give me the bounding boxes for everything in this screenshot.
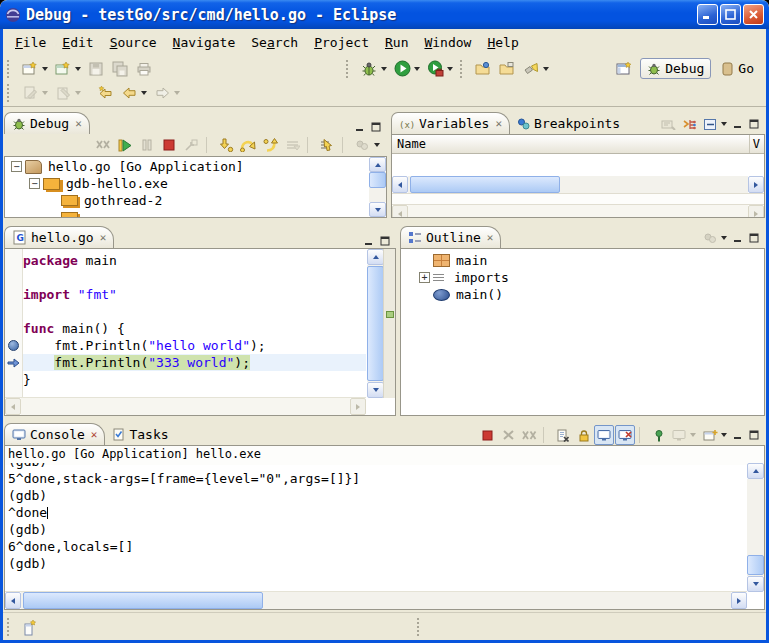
code-line-7[interactable]: fmt.Println("333 world"); [23, 354, 366, 371]
save-all-button[interactable] [109, 58, 131, 80]
disconnect-button[interactable] [181, 135, 201, 155]
open-console-button[interactable] [700, 425, 720, 445]
console-vscrollbar[interactable] [747, 463, 764, 592]
toolbar-drag-handle[interactable] [346, 60, 352, 78]
scroll-right-button[interactable] [748, 176, 764, 193]
minimize-view-button[interactable] [731, 231, 746, 245]
scroll-down-button[interactable] [747, 576, 764, 592]
remove-launch-button[interactable] [498, 425, 518, 445]
tab-outline[interactable]: Outline ✕ [400, 226, 501, 248]
maximize-view-button[interactable] [369, 120, 384, 134]
scroll-thumb[interactable] [23, 592, 263, 609]
code-line-2[interactable] [23, 269, 366, 286]
code-line-1[interactable]: package main [23, 252, 366, 269]
console-output[interactable]: (gdb) 5^done,stack-args=[frame={level="0… [5, 463, 747, 592]
debug-dropdown-arrow-icon[interactable] [381, 67, 387, 71]
collapse-all-button[interactable] [700, 114, 720, 134]
maximize-view-button[interactable] [747, 428, 762, 442]
tab-breakpoints[interactable]: Breakpoints [510, 113, 627, 134]
scroll-down-button[interactable] [369, 202, 386, 217]
show-stderr-button[interactable] [615, 425, 635, 445]
scroll-right-button[interactable] [748, 205, 764, 218]
new-go-element-button[interactable] [52, 58, 74, 80]
new-wizard-button[interactable] [19, 58, 41, 80]
external-tools-button[interactable] [424, 58, 446, 80]
menu-file[interactable]: File [7, 32, 54, 53]
show-type-names-button[interactable] [658, 114, 678, 134]
open-console-chevron-icon[interactable] [721, 433, 727, 437]
scroll-up-button[interactable] [367, 249, 384, 265]
scroll-up-button[interactable] [747, 463, 764, 479]
scroll-left-button[interactable] [5, 592, 21, 609]
debug-vscrollbar[interactable] [369, 157, 386, 217]
scroll-right-button[interactable] [731, 592, 747, 609]
code-area[interactable]: package mainimport "fmt"func main() { fm… [23, 249, 366, 398]
variables-hscrollbar[interactable] [392, 176, 764, 193]
menu-search[interactable]: Search [243, 32, 306, 53]
next-annotation-dropdown-arrow-icon[interactable] [42, 91, 48, 95]
overview-ruler[interactable] [383, 249, 395, 398]
column-value[interactable]: V [749, 135, 763, 153]
scroll-right-button[interactable] [350, 398, 366, 415]
console-terminate-button[interactable] [477, 425, 497, 445]
variables-view-menu-chevron-icon[interactable] [721, 122, 727, 126]
export-button[interactable] [496, 58, 518, 80]
scroll-thumb[interactable] [410, 176, 560, 193]
menu-help[interactable]: Help [479, 32, 526, 53]
menu-navigate[interactable]: Navigate [165, 32, 244, 53]
import-button[interactable] [472, 58, 494, 80]
code-line-6[interactable]: fmt.Println("hello world"); [23, 337, 366, 354]
run-dropdown-arrow-icon[interactable] [414, 67, 420, 71]
add-global-variables-button[interactable] [679, 114, 699, 134]
code-line-4[interactable] [23, 303, 366, 320]
step-into-button[interactable] [216, 135, 236, 155]
tree-expander-icon[interactable]: − [11, 161, 22, 172]
run-button[interactable] [391, 58, 413, 80]
last-edit-location-button[interactable] [94, 82, 116, 104]
debug-tree-item-3[interactable] [5, 209, 368, 217]
search-button[interactable] [520, 58, 542, 80]
outline-view-menu-chevron-icon[interactable] [721, 236, 727, 240]
perspective-go-button[interactable]: Go [715, 59, 760, 78]
tab-tasks[interactable]: Tasks [105, 424, 175, 445]
tab-debug[interactable]: Debug ✕ [4, 112, 90, 134]
close-icon[interactable]: ✕ [75, 117, 82, 130]
print-button[interactable] [133, 58, 155, 80]
minimize-view-button[interactable] [353, 120, 368, 134]
debug-button[interactable] [358, 58, 380, 80]
menu-project[interactable]: Project [306, 32, 377, 53]
previous-annotation-button[interactable] [52, 82, 74, 104]
use-step-filters-button[interactable] [317, 135, 337, 155]
maximize-view-button[interactable] [747, 117, 762, 131]
new-element-dropdown-arrow-icon[interactable] [75, 67, 81, 71]
tab-console[interactable]: Console ✕ [4, 423, 105, 445]
display-selected-console-button[interactable] [669, 425, 689, 445]
column-name[interactable]: Name [392, 137, 426, 151]
statusbar-drag-handle[interactable] [7, 618, 13, 636]
next-annotation-button[interactable] [19, 82, 41, 104]
external-tools-dropdown-arrow-icon[interactable] [447, 67, 453, 71]
outline-menu-button[interactable] [700, 228, 720, 248]
code-line-8[interactable]: } [23, 371, 366, 388]
maximize-view-button[interactable] [378, 234, 393, 248]
perspective-debug-button[interactable]: Debug [640, 58, 711, 79]
new-dropdown-arrow-icon[interactable] [42, 67, 48, 71]
toolbar-drag-handle[interactable] [460, 60, 466, 78]
outline-item-1[interactable]: +imports [413, 269, 764, 286]
previous-annotation-dropdown-arrow-icon[interactable] [75, 91, 81, 95]
open-perspective-button[interactable] [613, 58, 635, 80]
remove-all-terminated-button[interactable] [93, 135, 113, 155]
menu-source[interactable]: Source [102, 32, 165, 53]
debug-view-menu-chevron-icon[interactable] [374, 143, 380, 147]
fast-view-button[interactable] [19, 616, 41, 638]
suspend-button[interactable] [137, 135, 157, 155]
scroll-down-button[interactable] [367, 382, 384, 398]
scroll-left-button[interactable] [5, 398, 21, 415]
tree-expander-icon[interactable]: − [29, 178, 40, 189]
debug-view-menu-button[interactable] [352, 135, 372, 155]
debug-tree-item-2[interactable]: gothread-2 [5, 192, 368, 209]
breakpoint-icon[interactable] [8, 340, 19, 351]
current-line-marker[interactable] [386, 311, 394, 318]
minimize-window-button[interactable] [697, 4, 718, 25]
tab-hello-go[interactable]: G hello.go ✕ [4, 226, 114, 248]
